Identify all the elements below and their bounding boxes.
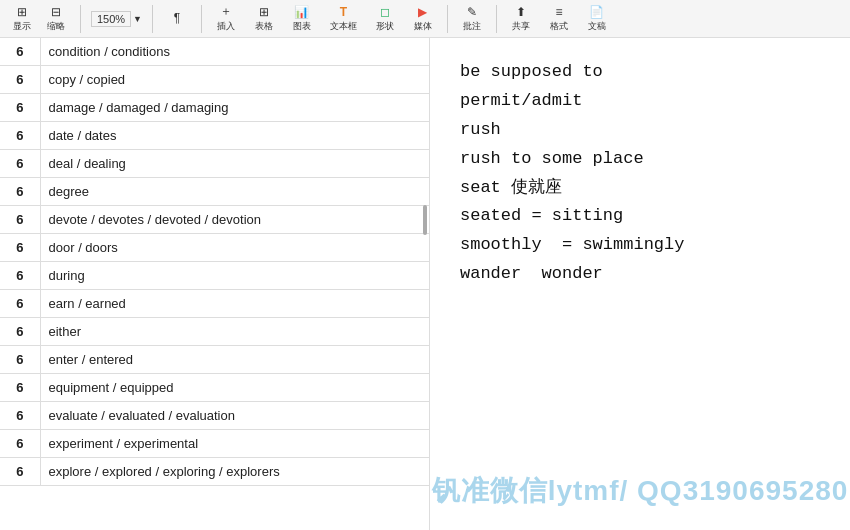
row-term: enter / entered: [40, 346, 429, 374]
row-term: door / doors: [40, 234, 429, 262]
toolbar-btn-textbox[interactable]: T 文本框: [326, 3, 361, 35]
table-row: 6explore / explored / exploring / explor…: [0, 458, 429, 486]
table-row: 6date / dates: [0, 122, 429, 150]
row-level: 6: [0, 122, 40, 150]
row-term: explore / explored / exploring / explore…: [40, 458, 429, 486]
vocab-panel[interactable]: 6condition / conditions6copy / copied6da…: [0, 38, 430, 530]
table-row: 6experiment / experimental: [0, 430, 429, 458]
toolbar-sep-2: [152, 5, 153, 33]
toolbar-label-doc: 文稿: [588, 20, 606, 33]
toolbar-sep-5: [496, 5, 497, 33]
toolbar-btn-comment[interactable]: ✎ 批注: [458, 3, 486, 35]
row-term: evaluate / evaluated / evaluation: [40, 402, 429, 430]
row-level: 6: [0, 402, 40, 430]
zoom-control[interactable]: 150% ▼: [91, 11, 142, 27]
table-icon: ⊞: [255, 5, 273, 19]
row-term: during: [40, 262, 429, 290]
insert-icon: ＋: [217, 5, 235, 19]
table-row: 6door / doors: [0, 234, 429, 262]
row-term: earn / earned: [40, 290, 429, 318]
table-row: 6condition / conditions: [0, 38, 429, 66]
chart-icon: 📊: [293, 5, 311, 19]
row-term: either: [40, 318, 429, 346]
toolbar-label-share: 共享: [512, 20, 530, 33]
toolbar-btn-format[interactable]: ≡ 格式: [545, 3, 573, 35]
doc-content: be supposed topermit/admitrushrush to so…: [460, 58, 820, 289]
table-row: 6during: [0, 262, 429, 290]
table-row: 6equipment / equipped: [0, 374, 429, 402]
row-term: equipment / equipped: [40, 374, 429, 402]
row-term: date / dates: [40, 122, 429, 150]
row-level: 6: [0, 178, 40, 206]
row-level: 6: [0, 318, 40, 346]
toolbar-btn-shape[interactable]: ◻ 形状: [371, 3, 399, 35]
table-row: 6enter / entered: [0, 346, 429, 374]
view-icon: ⊞: [13, 5, 31, 19]
zoom-chevron[interactable]: ▼: [133, 14, 142, 24]
scroll-indicator: [423, 205, 427, 235]
row-level: 6: [0, 234, 40, 262]
toolbar-view-group: ⊞ 显示 ⊟ 缩略: [8, 3, 70, 35]
toolbar-sep-4: [447, 5, 448, 33]
watermark: 钒准微信lytmf/ QQ3190695280: [430, 472, 850, 510]
doc-line: wander wonder: [460, 260, 820, 289]
toolbar-label-textbox: 文本框: [330, 20, 357, 33]
toolbar-btn-chart[interactable]: 📊 图表: [288, 3, 316, 35]
toolbar-btn-share[interactable]: ⬆ 共享: [507, 3, 535, 35]
table-row: 6evaluate / evaluated / evaluation: [0, 402, 429, 430]
comment-icon: ✎: [463, 5, 481, 19]
row-term: deal / dealing: [40, 150, 429, 178]
row-level: 6: [0, 458, 40, 486]
row-term: degree: [40, 178, 429, 206]
share-icon: ⬆: [512, 5, 530, 19]
row-term: copy / copied: [40, 66, 429, 94]
zoom-value[interactable]: 150%: [91, 11, 131, 27]
toolbar-btn-doc[interactable]: 📄 文稿: [583, 3, 611, 35]
paragraph-icon: ¶: [168, 11, 186, 25]
row-term: condition / conditions: [40, 38, 429, 66]
toolbar-label-thumbnail: 缩略: [47, 20, 65, 33]
media-icon: ▶: [414, 5, 432, 19]
toolbar-btn-insert[interactable]: ＋ 插入: [212, 3, 240, 35]
row-level: 6: [0, 374, 40, 402]
toolbar-btn-table[interactable]: ⊞ 表格: [250, 3, 278, 35]
toolbar-sep-1: [80, 5, 81, 33]
toolbar-label-comment: 批注: [463, 20, 481, 33]
toolbar-btn-media[interactable]: ▶ 媒体: [409, 3, 437, 35]
toolbar-label-view: 显示: [13, 20, 31, 33]
main-content: 6condition / conditions6copy / copied6da…: [0, 38, 850, 530]
toolbar-btn-paragraph[interactable]: ¶: [163, 9, 191, 28]
doc-panel: be supposed topermit/admitrushrush to so…: [430, 38, 850, 530]
toolbar-btn-view[interactable]: ⊞ 显示: [8, 3, 36, 35]
toolbar-label-shape: 形状: [376, 20, 394, 33]
table-row: 6copy / copied: [0, 66, 429, 94]
shape-icon: ◻: [376, 5, 394, 19]
row-level: 6: [0, 346, 40, 374]
table-row: 6damage / damaged / damaging: [0, 94, 429, 122]
vocab-table: 6condition / conditions6copy / copied6da…: [0, 38, 429, 486]
toolbar-label-table: 表格: [255, 20, 273, 33]
row-level: 6: [0, 430, 40, 458]
doc-line: be supposed to: [460, 58, 820, 87]
table-row: 6earn / earned: [0, 290, 429, 318]
row-level: 6: [0, 150, 40, 178]
row-level: 6: [0, 206, 40, 234]
doc-line: seated = sitting: [460, 202, 820, 231]
toolbar-label-insert: 插入: [217, 20, 235, 33]
toolbar-label-chart: 图表: [293, 20, 311, 33]
row-term: damage / damaged / damaging: [40, 94, 429, 122]
table-row: 6either: [0, 318, 429, 346]
toolbar-btn-thumbnail[interactable]: ⊟ 缩略: [42, 3, 70, 35]
row-level: 6: [0, 94, 40, 122]
table-row: 6deal / dealing: [0, 150, 429, 178]
doc-icon: 📄: [588, 5, 606, 19]
textbox-icon: T: [334, 5, 352, 19]
table-row: 6degree: [0, 178, 429, 206]
toolbar: ⊞ 显示 ⊟ 缩略 150% ▼ ¶ ＋ 插入 ⊞ 表格 📊 图表 T 文本框 …: [0, 0, 850, 38]
doc-line: permit/admit: [460, 87, 820, 116]
row-term: experiment / experimental: [40, 430, 429, 458]
row-level: 6: [0, 262, 40, 290]
table-row: 6devote / devotes / devoted / devotion: [0, 206, 429, 234]
row-level: 6: [0, 66, 40, 94]
toolbar-label-media: 媒体: [414, 20, 432, 33]
